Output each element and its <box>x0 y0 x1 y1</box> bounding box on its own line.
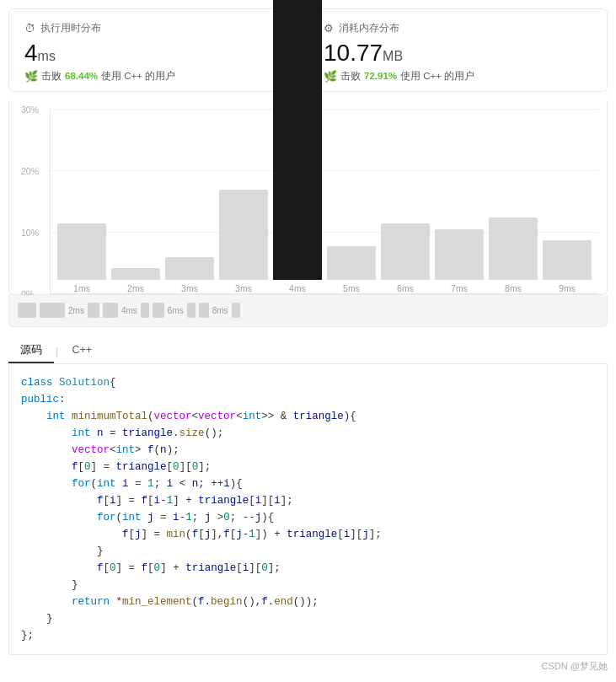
bar-label-3: 3ms <box>235 283 252 293</box>
bar-label-4: 4ms <box>289 283 306 293</box>
memory-panel: ⚙ 消耗内存分布 10.77MB 🌿 击败 72.91% 使用 C++ 的用户 <box>308 9 607 91</box>
mini-bar <box>153 303 164 318</box>
tab-cpp[interactable]: C++ <box>60 340 104 362</box>
bar-9 <box>543 240 592 280</box>
leaf-icon-right: 🌿 <box>324 70 337 83</box>
execution-time-panel: ⏱ 执行用时分布 4ms 🌿 击败 68.44% 使用 C++ 的用户 <box>9 9 308 91</box>
execution-time-unit: ms <box>38 49 56 63</box>
grid-line-0: 0% <box>51 293 598 294</box>
mini-label: 8ms <box>212 306 228 315</box>
memory-unit: MB <box>383 49 403 63</box>
bar-7 <box>435 229 484 280</box>
execution-time-pct: 68.44% <box>65 71 98 81</box>
bar-label-0: 1ms <box>73 283 90 293</box>
grid-line-30: 30% <box>51 109 598 110</box>
memory-sub: 🌿 击败 72.91% 使用 C++ 的用户 <box>324 70 592 83</box>
memory-header: ⚙ 消耗内存分布 <box>324 21 592 35</box>
mini-label: 6ms <box>168 306 184 315</box>
gear-icon: ⚙ <box>324 22 334 35</box>
bar-col-3: 3ms <box>219 190 268 293</box>
bar-0 <box>57 223 106 280</box>
bar-col-0: 1ms <box>57 223 106 293</box>
watermark: CSDN @梦见她 <box>0 660 608 673</box>
execution-time-sub: 🌿 击败 68.44% 使用 C++ 的用户 <box>24 70 292 83</box>
mini-bar <box>199 303 209 318</box>
chart-container: 30% 20% 10% 0% 1ms2ms3ms3ms4ms5ms6ms7ms8… <box>8 100 608 295</box>
mini-bar <box>40 303 65 318</box>
execution-time-value: 4ms <box>24 40 292 67</box>
bar-8 <box>489 217 538 279</box>
bar-col-8: 8ms <box>489 217 538 293</box>
tab-source[interactable]: 源码 <box>8 339 54 363</box>
mini-bar <box>187 303 196 318</box>
bar-6 <box>381 223 430 280</box>
bar-chart: 30% 20% 10% 0% 1ms2ms3ms3ms4ms5ms6ms7ms8… <box>50 109 598 294</box>
bar-col-5: 5ms <box>327 246 376 293</box>
mini-bar <box>232 303 240 318</box>
mini-label: 2ms <box>68 306 84 315</box>
bar-label-9: 9ms <box>559 283 576 293</box>
code-block: class Solution{ public: int minimumTotal… <box>8 364 608 655</box>
mini-label: 4ms <box>121 306 137 315</box>
mini-bar <box>88 303 99 318</box>
bar-2 <box>165 257 214 280</box>
mini-bar <box>18 303 36 318</box>
mini-chart-inner: 2ms4ms6ms8ms <box>18 303 598 318</box>
memory-pct: 72.91% <box>364 71 397 81</box>
bar-col-4: 4ms <box>273 0 322 293</box>
bar-label-1: 2ms <box>127 283 144 293</box>
execution-time-title: 执行用时分布 <box>40 21 101 35</box>
memory-value: 10.77MB <box>324 40 592 67</box>
bar-col-7: 7ms <box>435 229 484 293</box>
execution-time-header: ⏱ 执行用时分布 <box>24 21 292 35</box>
bars-wrapper: 1ms2ms3ms3ms4ms5ms6ms7ms8ms9ms <box>51 109 598 293</box>
bar-label-7: 7ms <box>451 283 468 293</box>
code-tabs: 源码 | C++ <box>8 339 608 364</box>
mini-bar <box>103 303 118 318</box>
bar-label-5: 5ms <box>343 283 360 293</box>
bar-4 <box>273 0 322 280</box>
bar-col-2: 3ms <box>165 257 214 293</box>
bar-label-2: 3ms <box>181 283 198 293</box>
grid-line-20: 20% <box>51 170 598 171</box>
bar-label-6: 6ms <box>397 283 414 293</box>
memory-title: 消耗内存分布 <box>339 21 399 35</box>
bar-col-9: 9ms <box>543 240 592 293</box>
code-section: 源码 | C++ class Solution{ public: int min… <box>8 339 608 655</box>
mini-bar <box>141 303 149 318</box>
bar-3 <box>219 190 268 280</box>
bar-col-6: 6ms <box>381 223 430 293</box>
bar-5 <box>327 246 376 280</box>
bar-1 <box>111 268 160 279</box>
bar-label-8: 8ms <box>505 283 522 293</box>
mini-chart: 2ms4ms6ms8ms <box>8 295 608 327</box>
leaf-icon-left: 🌿 <box>24 70 38 83</box>
clock-icon: ⏱ <box>24 22 35 35</box>
bar-col-1: 2ms <box>111 268 160 293</box>
